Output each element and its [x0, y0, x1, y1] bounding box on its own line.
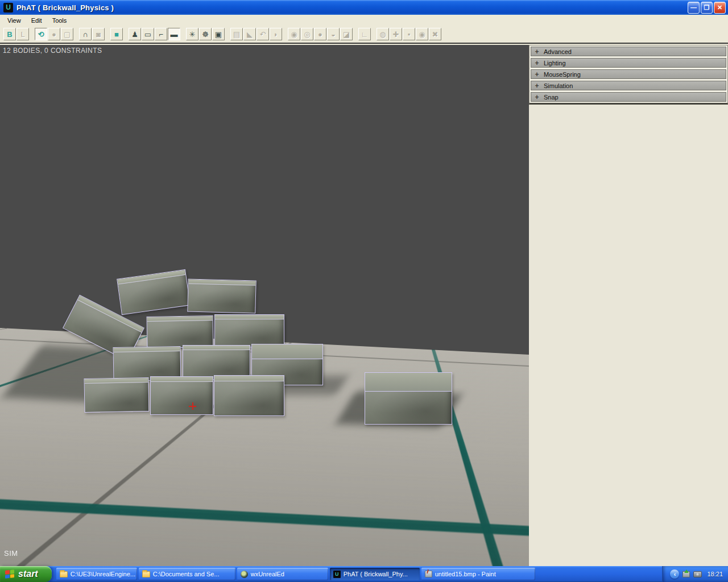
menu-view[interactable]: View: [2, 16, 26, 25]
disabled-tool-16-button[interactable]: ▤: [230, 28, 243, 40]
show-constraints-button[interactable]: ⌐: [155, 28, 167, 40]
titlebar[interactable]: U PhAT ( Brickwall_Physics ) — ❐ ✕: [0, 0, 728, 15]
hide-icons-chevron-icon[interactable]: ‹: [670, 569, 679, 579]
disabled-tool-25-button[interactable]: ∟: [358, 28, 371, 40]
disabled-tool-23-icon: ◒: [331, 31, 336, 38]
expand-plus-icon[interactable]: +: [533, 71, 541, 78]
translation-mode-button[interactable]: ●: [48, 28, 60, 40]
disabled-tool-27-icon: ✚: [393, 31, 399, 38]
disabled-tool-26-button[interactable]: ◍: [377, 28, 389, 40]
section-label: MouseSpring: [544, 71, 581, 78]
disabled-tool-30-button[interactable]: ✖: [429, 28, 441, 40]
section-snap[interactable]: +Snap: [531, 92, 726, 102]
brick-11[interactable]: [214, 375, 284, 416]
disabled-tool-18-icon: ↶: [260, 31, 266, 38]
expand-plus-icon[interactable]: +: [533, 48, 541, 55]
panel-sections: +Advanced+Lighting+MouseSpring+Simulatio…: [529, 45, 728, 105]
disabled-tool-20-icon: ◉: [291, 31, 297, 38]
show-constraints-icon: ⌐: [159, 31, 163, 38]
disabled-tool-24-button[interactable]: ◪: [340, 28, 353, 40]
show-skeleton-button[interactable]: ♟: [129, 28, 141, 40]
snap-toggle-button[interactable]: ∩: [79, 28, 92, 40]
toolbar: BL⟲●▢∩◙■♟▭⌐▬✳☸▣▤◣↶◗◉◎●◒◪∟◍✚▪◉✖: [0, 26, 728, 44]
camera-tray-icon[interactable]: [693, 571, 702, 577]
taskbar-task-3[interactable]: wxUnrealEd: [237, 568, 328, 580]
disabled-tool-19-button[interactable]: ◗: [270, 28, 282, 40]
menu-tools[interactable]: Tools: [47, 16, 72, 25]
constraint-edit-mode-icon: L: [20, 31, 24, 38]
disabled-tool-29-button[interactable]: ◉: [416, 28, 428, 40]
section-mousespring[interactable]: +MouseSpring: [531, 69, 726, 79]
task-label: wxUnrealEd: [251, 571, 284, 577]
section-lighting[interactable]: +Lighting: [531, 58, 726, 68]
body-edit-mode-button[interactable]: B: [3, 28, 16, 40]
section-label: Snap: [544, 94, 559, 101]
camera-follow-button[interactable]: ◙: [92, 28, 105, 40]
disabled-tool-22-button[interactable]: ●: [314, 28, 326, 40]
menu-edit[interactable]: Edit: [26, 16, 47, 25]
expand-plus-icon[interactable]: +: [533, 82, 541, 89]
disabled-tool-21-icon: ◎: [304, 31, 310, 38]
system-tray: ‹ 18:21: [662, 566, 728, 582]
start-button[interactable]: start: [0, 566, 52, 582]
paint-icon: [425, 571, 432, 577]
disabled-tool-17-icon: ◣: [247, 31, 253, 38]
unreal-icon: [241, 571, 248, 578]
disabled-tool-23-button[interactable]: ◒: [327, 28, 340, 40]
brick-10[interactable]: [150, 376, 213, 415]
simulate-toggle-icon: ■: [114, 31, 119, 38]
minimize-button[interactable]: —: [688, 2, 700, 14]
viewport-status: 12 BODIES, 0 CONSTRAINTS: [3, 47, 102, 55]
constraint-edit-mode-button[interactable]: L: [16, 28, 29, 40]
taskbar-task-1[interactable]: C:\UE3\UnrealEngine...: [56, 568, 137, 580]
brick-9[interactable]: [84, 377, 149, 413]
brick-1[interactable]: [117, 269, 191, 315]
scale-mode-button[interactable]: ▢: [61, 28, 73, 40]
disabled-tool-28-icon: ▪: [408, 31, 411, 38]
scale-mode-icon: ▢: [64, 31, 71, 38]
brick-5[interactable]: [214, 314, 284, 347]
show-wireframe-button[interactable]: ▭: [142, 28, 154, 40]
folder-icon: [142, 571, 150, 577]
task-label: untitled15.bmp - Paint: [435, 571, 496, 577]
selection-cross-icon: [189, 402, 196, 410]
disabled-tool-18-button[interactable]: ↶: [257, 28, 269, 40]
taskbar: start C:\UE3\UnrealEngine...C:\Documents…: [0, 566, 728, 582]
close-button[interactable]: ✕: [714, 2, 726, 14]
rotation-mode-button[interactable]: ⟲: [35, 28, 47, 40]
disabled-tool-17-button[interactable]: ◣: [243, 28, 256, 40]
folder-icon: [60, 571, 68, 577]
taskbar-task-5[interactable]: untitled15.bmp - Paint: [421, 568, 535, 580]
simulate-toggle-button[interactable]: ■: [110, 28, 123, 40]
disabled-tool-28-button[interactable]: ▪: [403, 28, 415, 40]
expand-plus-icon[interactable]: +: [533, 94, 541, 101]
disabled-tool-25-icon: ∟: [361, 31, 369, 38]
material-view-icon: ☸: [202, 31, 209, 38]
brick-2[interactable]: [187, 278, 256, 313]
expand-plus-icon[interactable]: +: [533, 60, 541, 66]
properties-panel: +Advanced+Lighting+MouseSpring+Simulatio…: [529, 45, 728, 566]
taskbar-task-2[interactable]: C:\Documents and Se...: [139, 568, 235, 580]
texture-view-button[interactable]: ▣: [212, 28, 225, 40]
disabled-tool-20-button[interactable]: ◉: [288, 28, 300, 40]
viewport-3d[interactable]: 12 BODIES, 0 CONSTRAINTS SIM: [0, 45, 529, 566]
brick-7[interactable]: [183, 345, 250, 380]
collision-view-button[interactable]: ▬: [168, 28, 180, 40]
brick-12[interactable]: [365, 372, 452, 425]
section-advanced[interactable]: +Advanced: [531, 47, 726, 56]
texture-view-icon: ▣: [215, 31, 222, 38]
show-figure-button[interactable]: ✳: [186, 28, 198, 40]
material-view-button[interactable]: ☸: [199, 28, 212, 40]
brick-4[interactable]: [147, 315, 214, 348]
sim-label: SIM: [4, 549, 18, 558]
show-skeleton-icon: ♟: [131, 31, 138, 38]
section-simulation[interactable]: +Simulation: [531, 81, 726, 90]
disabled-tool-21-button[interactable]: ◎: [301, 28, 313, 40]
disabled-tool-16-icon: ▤: [233, 31, 240, 38]
disabled-tool-19-icon: ◗: [274, 31, 278, 38]
windows-flag-icon: [5, 569, 14, 579]
disabled-tool-27-button[interactable]: ✚: [390, 28, 402, 40]
restore-button[interactable]: ❐: [701, 2, 713, 14]
taskbar-task-4[interactable]: UPhAT ( Brickwall_Phy...: [330, 568, 420, 580]
safely-remove-hardware-icon[interactable]: [682, 571, 690, 577]
